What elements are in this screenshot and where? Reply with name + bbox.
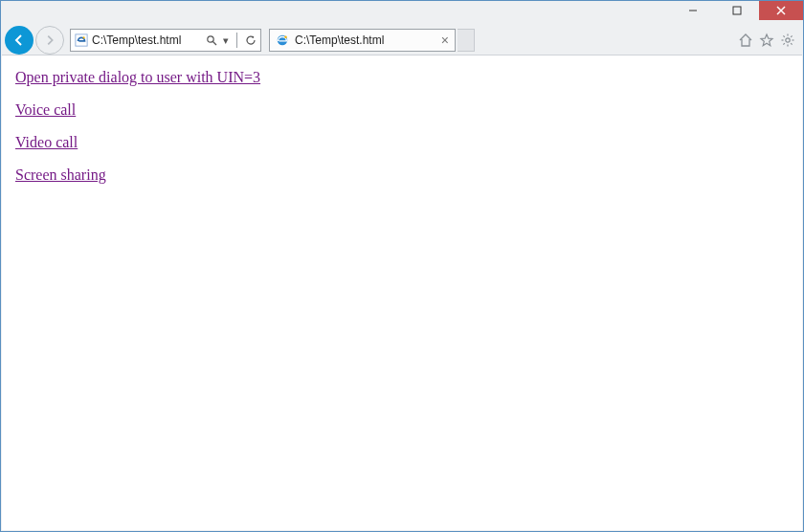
svg-line-15 (783, 35, 784, 36)
link-voice-call[interactable]: Voice call (15, 101, 76, 118)
svg-line-17 (791, 35, 792, 36)
tab-close-icon[interactable]: × (441, 33, 449, 47)
tools-gear-icon[interactable] (780, 33, 795, 48)
address-controls: ▾ (206, 33, 257, 48)
favorites-icon[interactable] (759, 33, 774, 48)
forward-button[interactable] (35, 26, 64, 55)
toolbar-right-icons (738, 33, 797, 48)
search-dropdown-caret[interactable]: ▾ (223, 34, 229, 47)
link-open-private-dialog[interactable]: Open private dialog to user with UIN=3 (15, 69, 260, 85)
svg-line-16 (791, 43, 792, 44)
svg-line-7 (213, 42, 217, 46)
new-tab-button[interactable] (458, 29, 475, 52)
svg-point-9 (284, 36, 286, 38)
window-minimize-button[interactable] (671, 1, 715, 20)
back-button[interactable] (5, 26, 34, 55)
search-icon[interactable] (206, 34, 217, 46)
ie-page-icon (276, 33, 289, 47)
refresh-icon[interactable] (245, 34, 257, 46)
browser-tab[interactable]: C:\Temp\test.html × (269, 29, 456, 52)
window-close-button[interactable] (759, 1, 803, 20)
svg-point-6 (208, 36, 213, 42)
svg-point-5 (83, 36, 85, 38)
tab-title: C:\Temp\test.html (295, 33, 436, 47)
ie-page-icon (75, 33, 88, 47)
browser-toolbar: C:\Temp\test.html ▾ C:\Temp\test.html × (1, 26, 803, 55)
svg-rect-1 (733, 7, 741, 14)
link-screen-sharing[interactable]: Screen sharing (15, 166, 106, 183)
window-maximize-button[interactable] (715, 1, 759, 20)
svg-line-18 (783, 43, 784, 44)
link-video-call[interactable]: Video call (15, 134, 78, 150)
window-titlebar (1, 1, 803, 26)
address-bar[interactable]: C:\Temp\test.html ▾ (70, 29, 261, 52)
svg-point-10 (786, 38, 790, 42)
address-text: C:\Temp\test.html (92, 33, 202, 47)
separator (236, 33, 237, 48)
home-icon[interactable] (738, 33, 753, 48)
page-content: Open private dialog to user with UIN=3 V… (2, 55, 802, 530)
